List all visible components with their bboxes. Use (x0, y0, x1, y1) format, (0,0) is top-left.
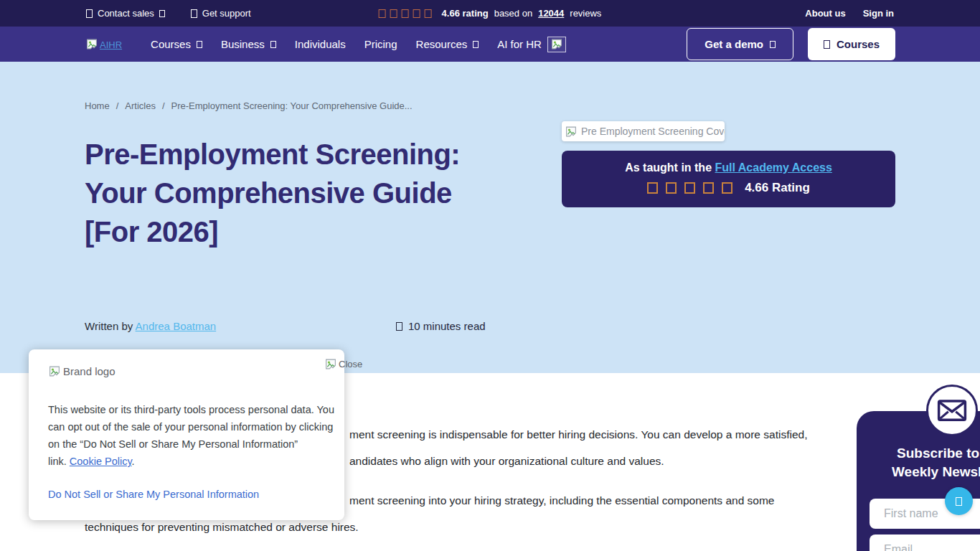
nav-item-resources[interactable]: Resources (416, 38, 479, 50)
reviews-count-link[interactable]: 12044 (538, 8, 564, 19)
get-a-demo-button[interactable]: Get a demo (687, 28, 793, 60)
get-support-link[interactable]: Get support (191, 8, 251, 19)
body-text-fragment: ment screening into your hiring strategy… (349, 494, 775, 507)
article-title: Pre-Employment Screening: Your Comprehen… (85, 135, 461, 251)
envelope-icon (937, 399, 967, 422)
broken-image-icon (48, 365, 61, 377)
broken-image-icon (85, 38, 98, 50)
author-link[interactable]: Andrea Boatman (136, 320, 217, 332)
logo-alt-text: AIHR (100, 39, 122, 50)
clock-icon (396, 322, 402, 331)
phone-icon (86, 9, 93, 18)
sign-in-link[interactable]: Sign in (863, 8, 894, 19)
do-not-sell-link[interactable]: Do Not Sell or Share My Personal Informa… (48, 489, 259, 500)
chevron-down-icon (270, 41, 276, 48)
broken-image-icon (550, 38, 563, 50)
broken-image-placeholder (547, 37, 566, 52)
contact-sales-link[interactable]: Contact sales (86, 8, 165, 19)
breadcrumb-current: Pre-Employment Screening: Your Comprehen… (171, 100, 413, 111)
nav-item-label: Courses (151, 38, 191, 50)
cookie-policy-link[interactable]: Cookie Policy (70, 456, 132, 467)
nav-item-label: Business (221, 38, 265, 50)
cookie-brand-logo-broken: Brand logo (48, 365, 116, 377)
cookie-message-line: on the “Do Not Sell or Share My Personal… (48, 435, 334, 453)
cookie-message: This website or its third-party tools pr… (48, 401, 334, 470)
page: Contact sales Get support 4.66 rating ba… (0, 0, 980, 551)
cookie-message-line: link. Cookie Policy. (48, 453, 334, 470)
cookie-message-line: This website or its third-party tools pr… (48, 401, 334, 418)
mail-badge (926, 385, 978, 436)
nav-menu: AIHR Courses Business Individuals Pricin… (85, 27, 566, 62)
breadcrumb-separator: / (162, 100, 165, 111)
academy-rating-row: 4.66 Rating (562, 181, 895, 195)
chat-fab-button[interactable] (945, 487, 973, 515)
support-icon (191, 9, 197, 18)
star-icon (379, 9, 386, 18)
nav-item-business[interactable]: Business (221, 38, 276, 50)
star-icon (684, 182, 695, 194)
nav-item-label: Pricing (364, 38, 397, 50)
rating-summary: 4.66 rating based on 12044 reviews (379, 0, 602, 27)
nav-item-label: Individuals (295, 38, 346, 50)
star-icon (703, 182, 714, 194)
newsletter-panel: Subscribe to Weekly Newsl (857, 411, 980, 551)
star-icon (666, 182, 677, 194)
body-text-fragment: andidates who align with your organizati… (349, 455, 664, 468)
cookie-close-button[interactable]: Close (324, 358, 362, 370)
read-time: 10 minutes read (396, 320, 486, 332)
academy-line: As taught in the Full Academy Access (562, 161, 895, 174)
nav-item-courses[interactable]: Courses (151, 38, 202, 50)
author-row: Written by Andrea Boatman (85, 320, 216, 332)
breadcrumb-home[interactable]: Home (85, 100, 110, 111)
chevron-down-icon (159, 10, 165, 17)
chevron-down-icon (473, 41, 479, 48)
contact-sales-label: Contact sales (98, 8, 154, 19)
academy-banner: As taught in the Full Academy Access 4.6… (562, 151, 895, 207)
breadcrumb: Home / Articles / Pre-Employment Screeni… (85, 100, 413, 111)
nav-item-label: AI for HR (497, 38, 542, 50)
nav-item-ai-for-hr[interactable]: AI for HR (497, 37, 566, 52)
cookie-link-prefix: link. (48, 456, 67, 467)
academy-rating-value: 4.66 Rating (745, 181, 810, 195)
nav-action-buttons: Get a demo Courses (687, 27, 895, 62)
get-support-label: Get support (202, 8, 251, 19)
newsletter-heading-line2: Weekly Newsl (892, 464, 980, 480)
star-icon (390, 9, 397, 18)
cookie-link-suffix: . (132, 456, 135, 467)
broken-image-icon (324, 358, 337, 370)
star-icon (722, 182, 732, 194)
star-icon (402, 9, 409, 18)
newsletter-heading-line1: Subscribe to (897, 446, 979, 461)
cover-alt-text: Pre Employment Screening Cover (581, 126, 725, 137)
courses-button-label: Courses (837, 38, 880, 50)
body-text-fragment: ment screening is indispensable for bett… (349, 428, 807, 441)
top-utility-bar: Contact sales Get support 4.66 rating ba… (0, 0, 980, 27)
rating-based-on: based on (494, 8, 533, 19)
nav-item-pricing[interactable]: Pricing (364, 38, 397, 50)
full-academy-access-link[interactable]: Full Academy Access (715, 161, 832, 174)
broken-image-icon (565, 126, 578, 138)
about-us-link[interactable]: About us (805, 8, 845, 19)
body-text-fragment: techniques for preventing mismatched or … (85, 521, 359, 534)
graduation-icon (824, 40, 830, 49)
aihr-logo[interactable]: AIHR (85, 38, 122, 50)
star-icon (413, 9, 420, 18)
email-input[interactable] (870, 534, 980, 551)
academy-prefix: As taught in the (625, 161, 712, 174)
chat-icon (956, 497, 962, 506)
breadcrumb-separator: / (116, 100, 119, 111)
star-rating-icons (647, 182, 732, 194)
topbar-right-group: About us Sign in (805, 0, 894, 27)
nav-item-label: Resources (416, 38, 468, 50)
cover-image-broken: Pre Employment Screening Cover (562, 121, 725, 141)
close-alt-text: Close (339, 359, 362, 369)
courses-button[interactable]: Courses (808, 28, 895, 60)
breadcrumb-articles[interactable]: Articles (125, 100, 156, 111)
get-a-demo-label: Get a demo (705, 38, 763, 50)
star-icon (425, 9, 432, 18)
nav-item-individuals[interactable]: Individuals (295, 38, 346, 50)
reviews-word: reviews (570, 8, 601, 19)
read-time-label: 10 minutes read (408, 320, 486, 332)
chevron-down-icon (770, 41, 776, 48)
star-icon (647, 182, 658, 194)
